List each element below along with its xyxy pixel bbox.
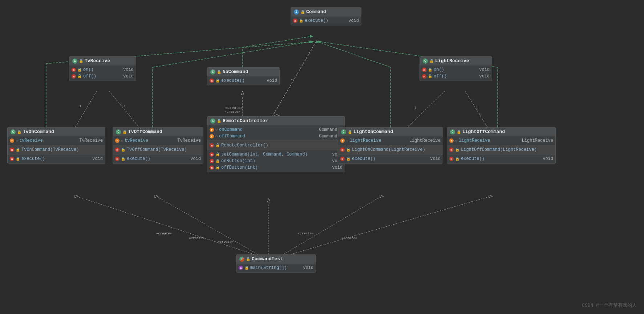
class-tvoncommand: C 🔒 TvOnCommand f ○ tvReceive TvReceive … <box>7 127 105 164</box>
tvoffcommand-constructor: m 🔒 TvOffCommand(TvReceive) <box>113 145 203 154</box>
class-tvreceive-header: C 🔒 TvReceive <box>69 57 136 65</box>
svg-marker-34 <box>241 91 244 95</box>
tvoffcommand-header: C 🔒 TvOffCommand <box>113 128 203 136</box>
class-icon: C <box>341 129 346 134</box>
class-remotecontroller-header: C 🔒 RemoteController <box>207 117 345 125</box>
lightoffcommand-header: C 🔒 LightOffCommand <box>447 128 555 136</box>
rc-constructors: m 🔒 RemoteController() <box>207 141 345 150</box>
class-icon: C <box>72 59 77 64</box>
rc-fields: f ○ onCommand Command[] f ○ offCommand C… <box>207 125 345 141</box>
svg-text:«create»: «create» <box>298 232 313 236</box>
lightoffcommand-constructor: m 🔒 LightOffCommand(LightReceive) <box>447 145 555 154</box>
class-icon: C <box>210 118 215 124</box>
svg-line-14 <box>318 42 390 67</box>
lightoffcommand-methods: m 🔒 execute() void <box>447 154 555 163</box>
class-command: I 🔒 Command m 🔒 execute() void <box>291 7 361 25</box>
test-icon: T <box>239 257 244 262</box>
svg-text:«create»: «create» <box>156 232 172 236</box>
svg-line-11 <box>243 36 312 47</box>
svg-marker-12 <box>310 35 313 38</box>
svg-text:1: 1 <box>123 104 126 108</box>
diagram-container: * 1 1 1 1 «create» <box>0 0 644 314</box>
interface-icon: I <box>294 9 299 15</box>
svg-marker-9 <box>309 40 312 43</box>
svg-marker-6 <box>311 40 314 43</box>
class-tvreceive: C 🔒 TvReceive m 🔒 on() void m 🔒 off() vo… <box>69 56 136 81</box>
svg-marker-15 <box>316 40 320 43</box>
class-command-methods: m 🔒 execute() void <box>291 16 361 25</box>
class-nocommand: C 🔒 NoCommand m 🔒 execute() void <box>207 67 280 85</box>
svg-line-8 <box>153 42 311 67</box>
svg-line-39 <box>156 196 258 254</box>
rc-methods: m 🔒 setCommand(int, Command, Command) vo… <box>207 150 345 172</box>
lightoncommand-methods: m 🔒 execute() void <box>338 154 443 163</box>
class-icon: C <box>423 59 428 64</box>
commandtest-header: T 🔒 CommandTest <box>236 255 316 263</box>
svg-text:«create»: «create» <box>218 240 234 244</box>
svg-text:*: * <box>291 78 293 83</box>
tvoncommand-header: C 🔒 TvOnCommand <box>8 128 105 136</box>
class-nocommand-header: C 🔒 NoCommand <box>207 68 279 76</box>
tvoffcommand-fields: f ○ tvReceive TvReceive <box>113 136 203 145</box>
class-lightreceive: C 🔒 LightReceive m 🔒 on() void m 🔒 off()… <box>420 56 492 81</box>
svg-marker-44 <box>380 195 384 198</box>
svg-marker-38 <box>75 195 78 198</box>
tvoncommand-constructor: m 🔒 TvOnCommand(TvReceive) <box>8 145 105 154</box>
svg-line-45 <box>291 196 490 254</box>
class-icon: C <box>210 69 215 75</box>
svg-text:1: 1 <box>414 106 416 110</box>
nocommand-methods: m 🔒 execute() void <box>207 76 279 85</box>
class-lightoncommand: C 🔒 LightOnCommand f ○ lightReceive Ligh… <box>338 127 443 164</box>
lightoncommand-constructor: m 🔒 LightOnCommand(LightReceive) <box>338 145 443 154</box>
svg-text:«create»: «create» <box>224 110 240 114</box>
tvreceive-methods: m 🔒 on() void m 🔒 off() void <box>69 65 136 81</box>
lightoffcommand-fields: f ○ lightReceive LightReceive <box>447 136 555 145</box>
class-tvoffcommand: C 🔒 TvOffCommand f ○ tvReceive TvReceive… <box>113 127 203 164</box>
lightoncommand-header: C 🔒 LightOnCommand <box>338 128 443 136</box>
class-lightreceive-header: C 🔒 LightReceive <box>420 57 492 65</box>
svg-marker-18 <box>319 40 322 43</box>
svg-marker-40 <box>155 195 158 198</box>
svg-marker-42 <box>267 198 270 202</box>
class-icon: C <box>11 129 16 134</box>
tvoffcommand-methods: m 🔒 execute() void <box>113 154 203 163</box>
class-icon: C <box>116 129 121 134</box>
svg-text:1: 1 <box>476 106 478 110</box>
svg-text:«create»: «create» <box>341 237 357 240</box>
svg-marker-46 <box>489 195 493 198</box>
svg-line-43 <box>283 196 381 254</box>
class-lightoffcommand: C 🔒 LightOffCommand f ○ lightReceive Lig… <box>447 127 556 164</box>
tvoncommand-methods: m 🔒 execute() void <box>8 154 105 163</box>
svg-line-37 <box>76 196 254 254</box>
lightoncommand-fields: f ○ lightReceive LightReceive <box>338 136 443 145</box>
class-icon: C <box>450 129 455 134</box>
watermark: CSDN @一个有梦有戏的人 <box>582 302 637 309</box>
class-remotecontroller: C 🔒 RemoteController f ○ onCommand Comma… <box>207 116 345 172</box>
class-command-header: I 🔒 Command <box>291 8 361 16</box>
svg-text:1: 1 <box>79 104 81 108</box>
svg-text:«create»: «create» <box>225 106 243 110</box>
class-commandtest: T 🔒 CommandTest m 🔒 main(String[]) void <box>236 254 316 273</box>
lightreceive-methods: m 🔒 on() void m 🔒 off() void <box>420 65 492 81</box>
commandtest-methods: m 🔒 main(String[]) void <box>236 263 316 272</box>
svg-text:«create»: «create» <box>189 237 204 240</box>
tvoncommand-fields: f ○ tvReceive TvReceive <box>8 136 105 145</box>
